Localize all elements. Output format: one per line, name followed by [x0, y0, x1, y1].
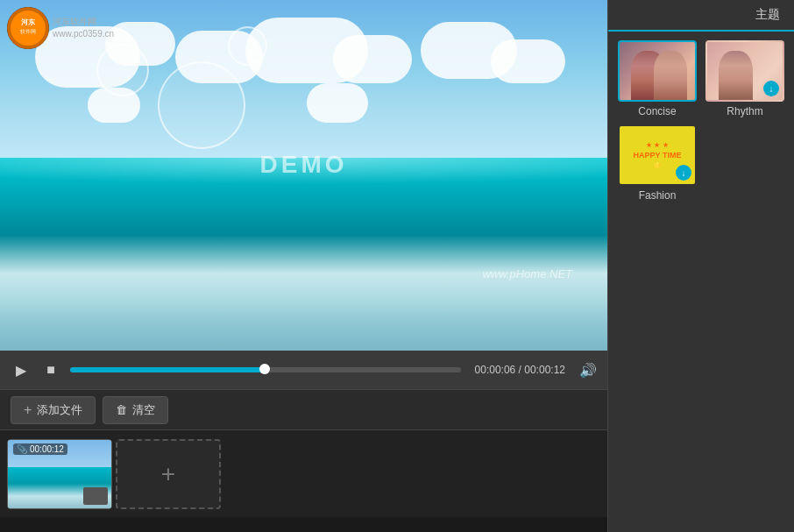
theme-grid: Concise ↓ Rhythm ★ ★ ★ HAPPY TIME ⭐ — [608, 32, 794, 210]
theme-item-fashion[interactable]: ★ ★ ★ HAPPY TIME ⭐ ↓ Fashion — [617, 124, 698, 202]
theme-thumbnail-concise — [618, 40, 697, 102]
clip-duration: 📎 00:00:12 — [13, 443, 67, 455]
bubble — [96, 44, 149, 96]
download-badge: ↓ — [763, 81, 779, 96]
time-display: 00:00:06 / 00:00:12 — [475, 364, 565, 376]
happy-time-text: HAPPY TIME — [634, 151, 682, 160]
add-file-label: 添加文件 — [37, 402, 82, 418]
progress-bar[interactable] — [70, 367, 461, 372]
happy-star: ★ ★ ★ — [646, 141, 668, 149]
theme-label-concise: Concise — [638, 105, 676, 117]
logo-text: 河东软件网 www.pc0359.cn — [53, 16, 114, 40]
svg-point-1 — [11, 11, 46, 46]
clip-small-thumbnail — [83, 487, 108, 505]
toolbar: + 添加文件 🗑 清空 — [0, 389, 607, 429]
logo-overlay: 河东 软件网 河东软件网 www.pc0359.cn — [7, 7, 114, 49]
clear-button[interactable]: 🗑 清空 — [103, 396, 168, 424]
video-viewer: DEMO www.pHome.NET 河东 软件网 河东软件网 www.pc03… — [0, 0, 607, 351]
clear-label: 清空 — [132, 402, 155, 418]
person-figure — [719, 51, 753, 100]
add-clip-button[interactable]: + — [116, 439, 221, 509]
download-badge-fashion: ↓ — [676, 165, 691, 181]
theme-label-fashion: Fashion — [639, 189, 677, 202]
theme-thumbnail-fashion: ★ ★ ★ HAPPY TIME ⭐ ↓ — [618, 124, 697, 186]
bubble — [158, 61, 245, 149]
happy-star-bottom: ⭐ — [653, 161, 662, 169]
clip-icon: 📎 — [17, 444, 27, 454]
svg-text:软件网: 软件网 — [20, 29, 36, 34]
clear-icon: 🗑 — [116, 403, 127, 416]
logo-icon: 河东 软件网 — [7, 7, 49, 49]
right-panel: 主题 Concise ↓ Rhythm — [607, 0, 794, 532]
volume-button[interactable]: 🔊 — [579, 362, 597, 379]
panel-title: 主题 — [755, 7, 780, 23]
play-button[interactable]: ▶ — [11, 359, 32, 380]
watermark-text: www.pHome.NET — [482, 267, 572, 280]
plus-icon: + — [24, 402, 32, 418]
theme-thumbnail-rhythm: ↓ — [705, 40, 784, 102]
video-ocean — [0, 158, 607, 351]
timeline-clip[interactable]: 📎 00:00:12 — [7, 439, 112, 509]
progress-fill — [70, 367, 266, 372]
progress-handle[interactable] — [259, 364, 270, 374]
demo-text: DEMO — [260, 151, 348, 179]
svg-text:河东: 河东 — [21, 18, 36, 26]
stop-button[interactable]: ■ — [40, 359, 61, 380]
person-figure — [654, 51, 688, 100]
theme-item-rhythm[interactable]: ↓ Rhythm — [705, 40, 785, 117]
bubble — [228, 26, 267, 66]
timeline: 📎 00:00:12 + — [0, 429, 607, 517]
theme-label-rhythm: Rhythm — [727, 105, 762, 117]
add-file-button[interactable]: + 添加文件 — [11, 396, 96, 424]
theme-item-concise[interactable]: Concise — [617, 40, 698, 117]
add-clip-icon: + — [161, 460, 175, 488]
panel-header: 主题 — [608, 0, 794, 32]
controls-bar: ▶ ■ 00:00:06 / 00:00:12 🔊 — [0, 351, 607, 389]
